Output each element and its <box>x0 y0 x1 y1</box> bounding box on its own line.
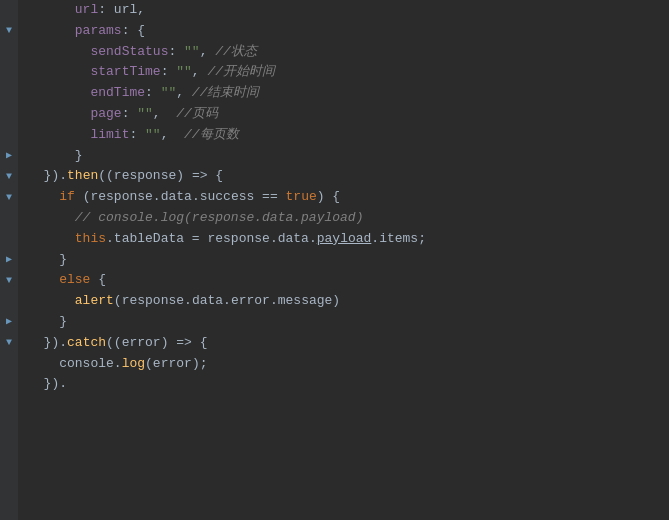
token-16-1: . <box>59 333 67 354</box>
code-line-2: sendStatus: "", //状态 <box>28 42 669 63</box>
token-9-3: . <box>153 187 161 208</box>
token-14-0: alert <box>75 291 114 312</box>
token-3-3: , <box>192 62 208 83</box>
token-8-4: response <box>114 166 176 187</box>
gutter-line-16: ▼ <box>0 333 18 354</box>
token-10-0: // console.log(response.data.payload) <box>75 208 364 229</box>
token-16-2: catch <box>67 333 106 354</box>
token-11-4: response <box>207 229 269 250</box>
token-14-1: ( <box>114 291 122 312</box>
gutter-line-17 <box>0 354 18 375</box>
token-14-9: ) <box>332 291 340 312</box>
token-4-2: "" <box>161 83 177 104</box>
token-2-2: "" <box>184 42 200 63</box>
code-line-1: params: { <box>28 21 669 42</box>
token-3-2: "" <box>176 62 192 83</box>
token-8-1: . <box>59 166 67 187</box>
gutter-line-7: ▶ <box>0 146 18 167</box>
fold-close-icon[interactable]: ▶ <box>6 148 12 164</box>
token-3-1: : <box>161 62 177 83</box>
token-2-3: , <box>200 42 216 63</box>
token-14-4: data <box>192 291 223 312</box>
token-14-2: response <box>122 291 184 312</box>
code-line-8: }).then((response) => { <box>28 166 669 187</box>
code-content: url: url, params: { sendStatus: "", //状态… <box>18 0 669 520</box>
fold-close-icon[interactable]: ▶ <box>6 252 12 268</box>
token-11-6: data <box>278 229 309 250</box>
token-8-5: ) => { <box>176 166 223 187</box>
token-11-11: ; <box>418 229 426 250</box>
fold-open-icon[interactable]: ▼ <box>6 335 12 351</box>
token-14-3: . <box>184 291 192 312</box>
token-16-4: error <box>122 333 161 354</box>
token-9-4: data <box>161 187 192 208</box>
token-18-1: . <box>59 374 67 395</box>
token-9-9: ) { <box>317 187 340 208</box>
token-0-2: url <box>114 0 137 21</box>
token-9-8: true <box>286 187 317 208</box>
fold-open-icon[interactable]: ▼ <box>6 169 12 185</box>
token-2-0: sendStatus <box>90 42 168 63</box>
token-7-0: } <box>75 146 83 167</box>
token-11-0: this <box>75 229 106 250</box>
gutter-line-13: ▼ <box>0 270 18 291</box>
fold-close-icon[interactable]: ▶ <box>6 314 12 330</box>
token-16-0: }) <box>44 333 60 354</box>
token-17-2: log <box>122 354 145 375</box>
token-11-8: payload <box>317 229 372 250</box>
token-4-3: , <box>176 83 192 104</box>
gutter-line-5 <box>0 104 18 125</box>
gutter-line-2 <box>0 42 18 63</box>
token-17-3: ( <box>145 354 153 375</box>
token-8-2: then <box>67 166 98 187</box>
token-16-3: (( <box>106 333 122 354</box>
token-3-0: startTime <box>90 62 160 83</box>
token-6-4: //每页数 <box>184 125 239 146</box>
token-6-3: , <box>161 125 184 146</box>
gutter-line-9: ▼ <box>0 187 18 208</box>
token-13-1: { <box>90 270 106 291</box>
token-0-3: , <box>137 0 145 21</box>
token-11-10: items <box>379 229 418 250</box>
token-1-1: : { <box>122 21 145 42</box>
token-8-3: (( <box>98 166 114 187</box>
token-9-5: . <box>192 187 200 208</box>
code-line-4: endTime: "", //结束时间 <box>28 83 669 104</box>
gutter-line-3 <box>0 62 18 83</box>
code-line-15: } <box>28 312 669 333</box>
fold-open-icon[interactable]: ▼ <box>6 190 12 206</box>
code-line-5: page: "", //页码 <box>28 104 669 125</box>
token-17-1: . <box>114 354 122 375</box>
code-line-11: this.tableData = response.data.payload.i… <box>28 229 669 250</box>
code-line-10: // console.log(response.data.payload) <box>28 208 669 229</box>
code-line-9: if (response.data.success == true) { <box>28 187 669 208</box>
gutter-line-6 <box>0 125 18 146</box>
token-17-0: console <box>59 354 114 375</box>
token-5-3: , <box>153 104 176 125</box>
token-11-5: . <box>270 229 278 250</box>
token-11-3: = <box>184 229 207 250</box>
code-line-14: alert(response.data.error.message) <box>28 291 669 312</box>
code-editor: ▼▶▼▼▶▼▶▼ url: url, params: { sendStatus:… <box>0 0 669 520</box>
gutter-line-12: ▶ <box>0 250 18 271</box>
token-6-2: "" <box>145 125 161 146</box>
fold-open-icon[interactable]: ▼ <box>6 23 12 39</box>
code-line-3: startTime: "", //开始时间 <box>28 62 669 83</box>
token-2-1: : <box>168 42 184 63</box>
token-11-1: . <box>106 229 114 250</box>
token-4-4: //结束时间 <box>192 83 260 104</box>
code-line-17: console.log(error); <box>28 354 669 375</box>
code-line-0: url: url, <box>28 0 669 21</box>
token-9-2: response <box>90 187 152 208</box>
token-4-1: : <box>145 83 161 104</box>
token-2-4: //状态 <box>215 42 257 63</box>
token-9-6: success <box>200 187 255 208</box>
token-5-2: "" <box>137 104 153 125</box>
gutter-line-1: ▼ <box>0 21 18 42</box>
gutter-line-15: ▶ <box>0 312 18 333</box>
fold-open-icon[interactable]: ▼ <box>6 273 12 289</box>
token-4-0: endTime <box>90 83 145 104</box>
code-line-18: }). <box>28 374 669 395</box>
token-0-0: url <box>75 0 98 21</box>
token-14-7: . <box>270 291 278 312</box>
